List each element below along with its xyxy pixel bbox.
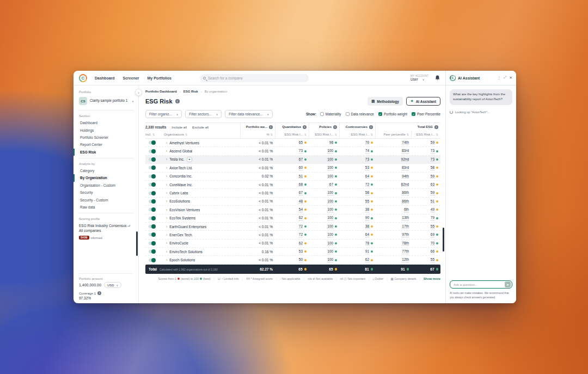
quantitative-cell[interactable]: 72: [275, 231, 309, 238]
currency-select[interactable]: USD∨: [104, 282, 121, 288]
quantitative-cell[interactable]: 72: [275, 223, 309, 230]
expand-chevron-icon[interactable]: ›: [166, 149, 167, 153]
include-toggle[interactable]: [149, 183, 155, 186]
include-all-link[interactable]: Include all: [171, 125, 187, 129]
include-toggle[interactable]: [149, 242, 155, 245]
include-toggle[interactable]: [149, 175, 155, 178]
expand-chevron-icon[interactable]: ›: [166, 250, 167, 254]
include-toggle[interactable]: [149, 217, 155, 220]
quantitative-cell[interactable]: 67: [275, 189, 309, 197]
organization-name[interactable]: EnviroCycle: [169, 241, 188, 245]
col-esg-risk[interactable]: ESG Risk I...: [315, 133, 333, 136]
col-total-esg[interactable]: Total ESG: [418, 125, 433, 128]
sidebar-item-security[interactable]: Security: [74, 189, 138, 196]
include-toggle[interactable]: [149, 166, 155, 169]
controversies-cell[interactable]: 70: [339, 139, 375, 146]
total-esg-cell[interactable]: 55: [411, 223, 440, 230]
include-toggle[interactable]: [149, 225, 155, 228]
expand-chevron-icon[interactable]: ›: [166, 191, 167, 195]
close-icon[interactable]: ✕: [509, 76, 512, 80]
organization-name[interactable]: Cybrix Labs: [169, 191, 188, 195]
table-row-epoch-solutions[interactable]: ›Epoch Solutions< 0.01 %501006212th55: [145, 256, 440, 264]
info-icon[interactable]: i: [333, 125, 337, 129]
sort-icon[interactable]: ⇅: [304, 133, 307, 136]
row-ai-assistant-button[interactable]: ✦: [187, 157, 192, 162]
organization-name[interactable]: CoreWave Inc.: [169, 183, 193, 187]
col-policies[interactable]: Policies: [319, 125, 332, 128]
peer-percentile-cell[interactable]: 83rd: [375, 147, 411, 155]
peer-percentile-cell[interactable]: 83rd: [375, 164, 411, 171]
total-esg-cell[interactable]: 58: [411, 164, 440, 171]
organization-name[interactable]: Ascend Global: [169, 149, 192, 153]
controversies-cell[interactable]: 38: [339, 223, 375, 230]
organization-name[interactable]: EnerGex Tech.: [169, 233, 193, 237]
expand-chevron-icon[interactable]: ›: [166, 174, 167, 178]
include-toggle[interactable]: [149, 158, 155, 161]
peer-percentile-cell[interactable]: 74th: [375, 139, 411, 146]
total-esg-cell[interactable]: 69: [411, 231, 440, 238]
portfolio-amount-value[interactable]: 1,400,000.00: [79, 283, 101, 287]
sort-icon[interactable]: ⇅: [152, 133, 155, 136]
col-organizations[interactable]: Organizations: [164, 133, 184, 136]
sidebar-item-organisation-custom[interactable]: Organisation - Custom: [74, 182, 138, 189]
sort-icon[interactable]: ⇅: [407, 133, 409, 136]
controversies-cell[interactable]: 74: [339, 147, 375, 155]
quantitative-cell[interactable]: 67: [275, 156, 309, 163]
quantitative-cell[interactable]: 62: [275, 240, 309, 247]
organization-name[interactable]: EarthGuard Enterprises: [169, 225, 206, 229]
nav-item-my-portfolios[interactable]: My Portfolios: [148, 76, 171, 80]
total-esg-cell[interactable]: 51: [411, 198, 440, 205]
controversies-cell[interactable]: 58: [339, 189, 375, 197]
controversies-cell[interactable]: 90: [339, 214, 375, 222]
controversies-cell[interactable]: 91: [339, 248, 375, 255]
organization-name[interactable]: Amethyst Ventures: [169, 141, 199, 145]
include-toggle[interactable]: [149, 150, 155, 153]
info-icon[interactable]: i: [369, 125, 373, 129]
scoring-profile-select[interactable]: ESG Risk Industry Consensus – All compan…: [74, 222, 138, 234]
total-esg-cell[interactable]: 79: [411, 214, 440, 222]
policies-cell[interactable]: 100: [309, 256, 339, 263]
table-row-axiontech-ltd[interactable]: ›AxionTech Ltd.< 0.01 %601005383rd58: [145, 164, 440, 172]
info-icon[interactable]: i: [303, 125, 307, 129]
sidebar-item-esg-risk[interactable]: ESG Risk: [74, 149, 138, 156]
policies-cell[interactable]: 100: [309, 240, 339, 247]
organization-name[interactable]: Epoch Solutions: [169, 258, 195, 262]
peer-percentile-cell[interactable]: 77th: [375, 248, 411, 255]
peer-percentile-cell[interactable]: 82nd: [375, 181, 411, 188]
quantitative-cell[interactable]: 51: [275, 173, 309, 180]
breadcrumb-portfolio-dashboard[interactable]: Portfolio Dashboard: [145, 90, 177, 93]
sidebar-item-dashboard[interactable]: Dashboard: [74, 119, 138, 126]
policies-cell[interactable]: 100: [309, 156, 339, 163]
breadcrumb-by-organisation[interactable]: By organisation: [205, 90, 227, 93]
expand-chevron-icon[interactable]: ›: [166, 225, 167, 229]
controversies-cell[interactable]: 38: [339, 206, 375, 213]
organization-name[interactable]: Tesla Inc.: [169, 157, 184, 161]
total-esg-cell[interactable]: 73: [411, 156, 440, 163]
col-controversies[interactable]: Controversies: [346, 125, 367, 128]
info-icon[interactable]: i: [175, 99, 180, 103]
total-esg-cell[interactable]: 49: [411, 206, 440, 213]
policies-cell[interactable]: 67: [309, 181, 339, 188]
expand-chevron-icon[interactable]: ›: [166, 241, 167, 245]
organization-name[interactable]: EnviroTech Solutions: [169, 250, 203, 254]
sort-icon[interactable]: ⇅: [335, 133, 337, 136]
total-esg-cell[interactable]: 63: [411, 181, 440, 188]
col-esg-risk[interactable]: ESG Risk I...: [351, 133, 369, 136]
include-toggle[interactable]: [149, 208, 155, 211]
quantitative-cell[interactable]: 54: [275, 206, 309, 213]
table-row-tesla-inc[interactable]: ›Tesla Inc.✦< 0.01 %671007392nd73: [145, 156, 440, 164]
table-row-cybrix-labs[interactable]: ›Cybrix Labs< 0.01 %671005886th59: [145, 189, 440, 197]
policies-cell[interactable]: 100: [309, 198, 339, 205]
expand-chevron-icon[interactable]: ›: [166, 258, 167, 262]
policies-cell[interactable]: 98: [309, 139, 339, 146]
quantitative-cell[interactable]: 50: [275, 256, 309, 263]
include-toggle[interactable]: [149, 192, 155, 195]
notifications-bell-icon[interactable]: [435, 75, 440, 81]
policies-cell[interactable]: 100: [309, 223, 339, 230]
table-scrollbar[interactable]: [443, 228, 444, 252]
policies-cell[interactable]: 100: [309, 206, 339, 213]
sort-icon[interactable]: ⇅: [436, 133, 438, 136]
policies-cell[interactable]: 100: [309, 147, 339, 155]
quantitative-cell[interactable]: 60: [275, 164, 309, 171]
search-bar[interactable]: [200, 74, 309, 82]
